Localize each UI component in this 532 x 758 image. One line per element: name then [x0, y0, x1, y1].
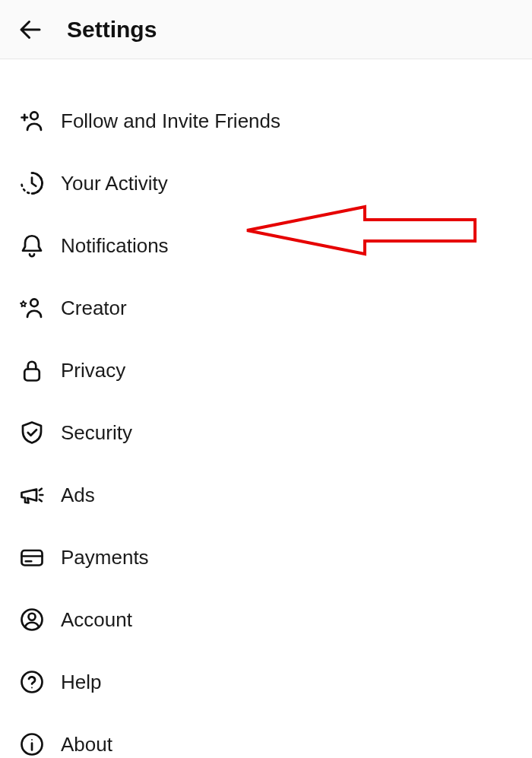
- menu-item-ads[interactable]: Ads: [0, 464, 532, 526]
- menu-item-creator[interactable]: Creator: [0, 277, 532, 339]
- menu-item-label: Privacy: [61, 359, 125, 382]
- menu-item-label: Account: [61, 608, 132, 632]
- page-title: Settings: [67, 17, 157, 43]
- activity-icon: [17, 168, 47, 198]
- menu-item-payments[interactable]: Payments: [0, 526, 532, 588]
- svg-rect-2: [24, 369, 40, 381]
- menu-item-label: Security: [61, 421, 132, 445]
- svg-point-1: [30, 299, 38, 306]
- megaphone-icon: [17, 480, 47, 510]
- menu-item-label: Creator: [61, 297, 127, 320]
- account-icon: [17, 604, 47, 635]
- menu-item-label: Notifications: [61, 234, 169, 258]
- help-icon: [17, 667, 47, 697]
- menu-item-account[interactable]: Account: [0, 588, 532, 651]
- menu-item-label: Follow and Invite Friends: [61, 109, 280, 133]
- creator-icon: [17, 293, 47, 323]
- svg-point-7: [31, 687, 33, 689]
- lock-icon: [17, 355, 47, 385]
- menu-item-help[interactable]: Help: [0, 651, 532, 713]
- menu-item-privacy[interactable]: Privacy: [0, 339, 532, 401]
- menu-item-label: Your Activity: [61, 172, 168, 195]
- menu-item-your-activity[interactable]: Your Activity: [0, 152, 532, 214]
- menu-item-notifications[interactable]: Notifications: [0, 214, 532, 277]
- shield-check-icon: [17, 417, 47, 448]
- bell-icon: [17, 230, 47, 261]
- svg-point-5: [29, 614, 36, 620]
- settings-menu: Follow and Invite Friends Your Activity …: [0, 59, 532, 758]
- back-button[interactable]: [14, 13, 47, 46]
- menu-item-label: Help: [61, 671, 101, 694]
- menu-item-label: About: [61, 733, 112, 756]
- svg-point-6: [22, 672, 43, 693]
- info-icon: [17, 729, 47, 758]
- menu-item-label: Payments: [61, 546, 149, 569]
- menu-item-security[interactable]: Security: [0, 401, 532, 464]
- menu-item-about[interactable]: About: [0, 713, 532, 758]
- card-icon: [17, 542, 47, 572]
- person-plus-icon: [17, 106, 47, 136]
- menu-item-follow-invite[interactable]: Follow and Invite Friends: [0, 90, 532, 152]
- svg-point-9: [31, 739, 33, 741]
- svg-rect-3: [22, 550, 43, 566]
- header-bar: Settings: [0, 0, 532, 59]
- arrow-left-icon: [17, 16, 44, 43]
- svg-point-0: [30, 112, 38, 119]
- menu-item-label: Ads: [61, 484, 95, 507]
